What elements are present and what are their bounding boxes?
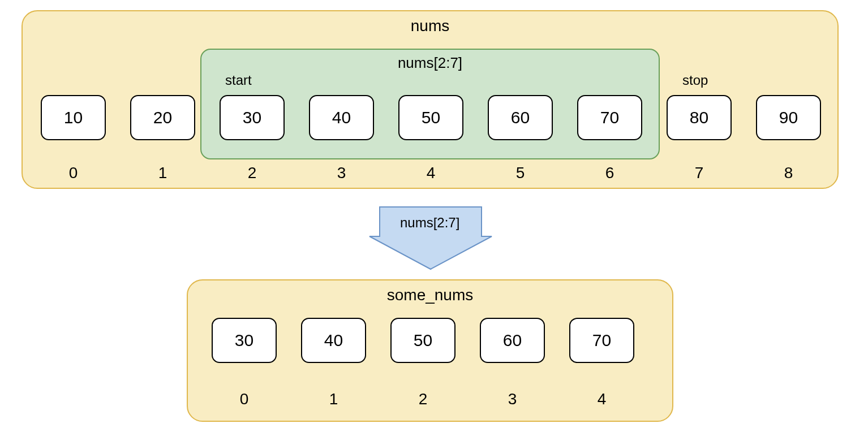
some-nums-cell-0: 30 — [212, 318, 277, 363]
nums-cell-5: 60 — [488, 95, 553, 140]
some-nums-index-3: 3 — [480, 390, 545, 408]
nums-cell-2: 30 — [220, 95, 285, 140]
stop-label: stop — [682, 72, 708, 88]
nums-title: nums — [22, 17, 839, 35]
nums-cell-6: 70 — [577, 95, 642, 140]
nums-cell-4: 50 — [398, 95, 463, 140]
nums-index-1: 1 — [130, 164, 195, 182]
nums-index-3: 3 — [309, 164, 374, 182]
nums-index-6: 6 — [577, 164, 642, 182]
nums-cell-3: 40 — [309, 95, 374, 140]
nums-index-8: 8 — [756, 164, 821, 182]
some-nums-cell-4: 70 — [569, 318, 634, 363]
some-nums-cell-3: 60 — [480, 318, 545, 363]
down-arrow-icon — [368, 202, 493, 270]
some-nums-index-0: 0 — [212, 390, 277, 408]
nums-index-2: 2 — [220, 164, 285, 182]
nums-title-text: nums — [411, 17, 449, 34]
nums-index-0: 0 — [41, 164, 106, 182]
some-nums-title-text: some_nums — [387, 286, 474, 304]
nums-index-7: 7 — [667, 164, 732, 182]
some-nums-title: some_nums — [187, 286, 673, 304]
some-nums-index-2: 2 — [390, 390, 456, 408]
nums-cell-0: 10 — [41, 95, 106, 140]
nums-cell-1: 20 — [130, 95, 195, 140]
nums-index-5: 5 — [488, 164, 553, 182]
nums-cell-8: 90 — [756, 95, 821, 140]
slice-title: nums[2:7] — [200, 54, 660, 72]
some-nums-cell-2: 50 — [390, 318, 456, 363]
some-nums-index-1: 1 — [301, 390, 366, 408]
some-nums-cell-1: 40 — [301, 318, 366, 363]
slice-arrow: nums[2:7] — [368, 202, 493, 270]
nums-index-4: 4 — [398, 164, 463, 182]
nums-cell-7: 80 — [667, 95, 732, 140]
slice-title-text: nums[2:7] — [398, 54, 462, 71]
arrow-label: nums[2:7] — [400, 215, 459, 231]
start-label: start — [225, 72, 252, 88]
some-nums-index-4: 4 — [569, 390, 634, 408]
